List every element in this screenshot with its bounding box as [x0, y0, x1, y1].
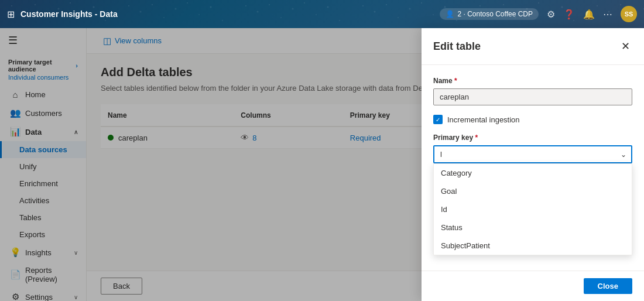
modal-body: Name Incremental ingestion Primary key ⌄… — [422, 65, 644, 271]
org-badge: 👤 2 · Contoso Coffee CDP — [440, 8, 539, 20]
topbar-right: 👤 2 · Contoso Coffee CDP ⚙ ❓ 🔔 ⋯ SS — [440, 6, 637, 22]
dropdown-option-status[interactable]: Status — [434, 218, 632, 237]
modal-header: Edit table ✕ — [422, 28, 644, 65]
org-icon: 👤 — [446, 10, 454, 18]
primary-key-dropdown: ⌄ Category Goal Id Status SubjectPatient — [433, 145, 632, 163]
more-icon[interactable]: ⋯ — [603, 9, 612, 20]
dropdown-option-goal[interactable]: Goal — [434, 182, 632, 200]
settings-icon[interactable]: ⚙ — [547, 9, 555, 20]
incremental-label: Incremental ingestion — [447, 115, 520, 124]
dropdown-option-category[interactable]: Category — [434, 164, 632, 182]
primary-key-label: Primary key — [433, 134, 632, 142]
modal-title: Edit table — [433, 40, 481, 53]
primary-key-field-group: Primary key ⌄ Category Goal Id Status Su… — [433, 134, 632, 163]
incremental-field-group: Incremental ingestion — [433, 115, 632, 124]
primary-key-input[interactable] — [433, 145, 632, 163]
incremental-row: Incremental ingestion — [433, 115, 632, 124]
dropdown-menu: Category Goal Id Status SubjectPatient — [433, 163, 632, 255]
topbar-left: ⊞ Customer Insights - Data — [7, 9, 118, 20]
dropdown-option-subjectpatient[interactable]: SubjectPatient — [434, 237, 632, 255]
help-icon[interactable]: ❓ — [563, 9, 575, 20]
close-button[interactable]: Close — [584, 278, 632, 294]
edit-table-panel: Edit table ✕ Name Incremental ingestion … — [422, 28, 644, 301]
incremental-checkbox[interactable] — [433, 115, 443, 124]
name-label: Name — [433, 77, 632, 85]
dropdown-option-id[interactable]: Id — [434, 200, 632, 218]
bell-icon[interactable]: 🔔 — [583, 9, 595, 20]
modal-overlay: Edit table ✕ Name Incremental ingestion … — [0, 28, 644, 301]
apps-icon[interactable]: ⊞ — [7, 9, 15, 20]
user-avatar[interactable]: SS — [621, 6, 637, 22]
topbar-title: Customer Insights - Data — [20, 9, 118, 19]
name-field-group: Name — [433, 77, 632, 105]
topbar: ⊞ Customer Insights - Data 👤 2 · Contoso… — [0, 0, 644, 28]
modal-footer: Close — [422, 271, 644, 301]
modal-close-button[interactable]: ✕ — [619, 37, 632, 55]
name-input[interactable] — [433, 88, 632, 105]
